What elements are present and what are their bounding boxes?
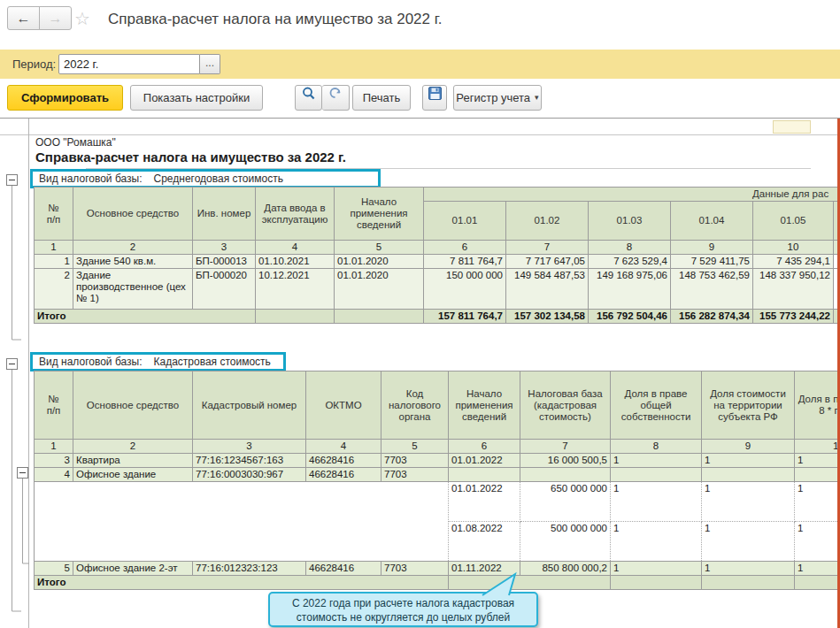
tax-base-kind-label: Вид налоговой базы: (39, 172, 143, 185)
period-more-button[interactable]: ... (200, 54, 220, 74)
period-label: Период: (12, 57, 56, 71)
forward-button[interactable]: → (39, 6, 72, 30)
t1-header-inv: Инв. номер (193, 188, 256, 241)
section-cadastral-cell[interactable]: Вид налоговой базы:Кадастровая стоимость (30, 352, 286, 371)
colnum: 5 (335, 241, 424, 255)
t2-total-row: Итого (35, 576, 840, 590)
page-title: Справка-расчет налога на имущество за 20… (108, 11, 443, 28)
cell-date: 01.01.2022 (449, 454, 520, 468)
grouping-gutter (0, 119, 30, 628)
cell-asset-name: Офисное здание 2-эт (73, 562, 193, 576)
tax-base-kind-value: Кадастровая стоимость (154, 356, 271, 368)
total-value: 157 811 764,7 (424, 310, 506, 324)
search-icon (301, 86, 317, 102)
t2-header-applied: Начало применения сведений (449, 371, 520, 440)
colnum: 10 (795, 440, 840, 454)
t2-row-3: 3 Квартира 77:16:1234567:163 46628416 77… (35, 454, 840, 468)
t1-month-cell: 01.04 (671, 202, 753, 241)
collapse-group-1-button[interactable] (6, 174, 18, 186)
company-name: ООО "Ромашка" (35, 136, 116, 149)
t1-header-applied: Начало применения сведений (335, 188, 424, 241)
colnum: 2 (73, 241, 193, 255)
cell-rownum: 2 (35, 269, 73, 310)
cell-taxbase: 16 000 500,5 (520, 454, 611, 468)
selected-cell-highlight (773, 120, 811, 134)
colnum: 1 (35, 440, 73, 454)
search-button[interactable] (295, 85, 322, 111)
total-label: Итого (35, 576, 449, 590)
t1-header-row: № п/п Основное средство Инв. номер Дата … (35, 188, 840, 202)
print-button[interactable]: Печать (352, 85, 411, 111)
t2-header-taxbase: Налоговая база (кадастровая стоимость) (520, 371, 611, 440)
cadastral-table: № п/п Основное средство Кадастровый номе… (34, 371, 840, 590)
back-button[interactable]: ← (7, 6, 40, 30)
period-input[interactable] (58, 54, 200, 74)
colnum: 8 (589, 241, 671, 255)
cell-value: 148 753 462,59 (671, 269, 753, 310)
show-settings-button[interactable]: Показать настройки (130, 85, 263, 111)
cell-value: 7 529 411,75 (671, 255, 753, 269)
colnum: 8 (611, 440, 702, 454)
cell-merged-empty (35, 482, 449, 562)
cell-date: 01.01.2022 (449, 482, 520, 522)
colnum: 7 (520, 440, 611, 454)
cell-inv-number: БП-000013 (193, 255, 256, 269)
cell-value: 150 000 000 (424, 269, 506, 310)
colnum: 10 (753, 241, 834, 255)
ellipsis-icon: ... (205, 57, 214, 69)
cell-rownum: 5 (35, 562, 73, 576)
save-button[interactable] (422, 85, 447, 111)
t1-header-asset: Основное средство (73, 188, 193, 241)
colnum: 1 (35, 241, 73, 255)
cell-oktmo: 46628416 (306, 468, 381, 482)
cell-value: 7 717 647,05 (506, 255, 589, 269)
cell-date: 10.12.2021 (256, 269, 335, 310)
cell-inv-number: БП-000020 (193, 269, 256, 310)
cell-empty (702, 576, 795, 590)
t1-header-num: № п/п (35, 188, 73, 241)
t2-header-oktmo: ОКТМО (306, 371, 381, 440)
cell-asset-name: Здание 540 кв.м. (73, 255, 193, 269)
t1-month-cell: 01.01 (424, 202, 506, 241)
cell-empty (449, 468, 520, 482)
t2-header-cadnum: Кадастровый номер (193, 371, 306, 440)
tax-base-kind-value: Среднегодовая стоимость (154, 172, 283, 185)
cell-empty (702, 468, 795, 482)
cell-asset-name: Квартира (73, 454, 193, 468)
total-value: 157 302 134,58 (506, 310, 589, 324)
cell-share: 1 (611, 562, 702, 576)
cell-asset-name: Здание производственное (цех № 1) (73, 269, 193, 310)
cell-cadnum: 77:16:1234567:163 (193, 454, 306, 468)
collapse-subgroup-button[interactable] (17, 467, 28, 479)
favorite-star-icon[interactable]: ☆ (74, 8, 90, 29)
t2-header-row: № п/п Основное средство Кадастровый номе… (35, 371, 840, 440)
t1-header-commissioned: Дата ввода в эксплуатацию (256, 188, 335, 241)
generate-button[interactable]: Сформировать (7, 85, 123, 111)
total-label: Итого (35, 310, 256, 324)
cell-share: 1 (795, 562, 840, 576)
section-avg-cost-cell[interactable]: Вид налоговой базы:Среднегодовая стоимос… (30, 169, 381, 188)
total-value: 155 773 244,22 (753, 310, 834, 324)
t2-header-share-terr: Доля стоимости на территории субъекта РФ (702, 371, 795, 440)
t1-month-cell: 01.05 (753, 202, 834, 241)
cell-taxoffice: 7703 (381, 468, 449, 482)
t2-subrow-1: 01.01.2022 650 000 000 1 1 1 (35, 482, 840, 522)
cell-taxbase: 650 000 000 (520, 482, 611, 522)
t2-row-5: 5 Офисное здание 2-эт 77:16:012323:123 4… (35, 562, 840, 576)
cell-rownum: 4 (35, 468, 73, 482)
cell-empty (256, 310, 335, 324)
collapse-group-2-button[interactable] (6, 358, 18, 370)
t2-header-num: № п/п (35, 371, 73, 440)
t2-header-taxoffice: Код налогового органа (381, 371, 449, 440)
accounting-register-button[interactable]: Регистр учета▾ (453, 85, 542, 111)
cell-empty (335, 310, 424, 324)
back-icon: ← (17, 11, 31, 26)
cell-taxbase: 500 000 000 (520, 522, 611, 562)
t2-header-share-own: Доля в праве общей собственности (611, 371, 702, 440)
search-next-button[interactable] (322, 85, 350, 111)
cell-share: 1 (611, 482, 702, 522)
t2-colnum-row: 1 2 3 4 5 6 7 8 9 10 (35, 440, 840, 454)
cell-empty (795, 468, 840, 482)
cell-date: 01.01.2020 (335, 269, 424, 310)
cell-taxoffice: 7703 (381, 562, 449, 576)
